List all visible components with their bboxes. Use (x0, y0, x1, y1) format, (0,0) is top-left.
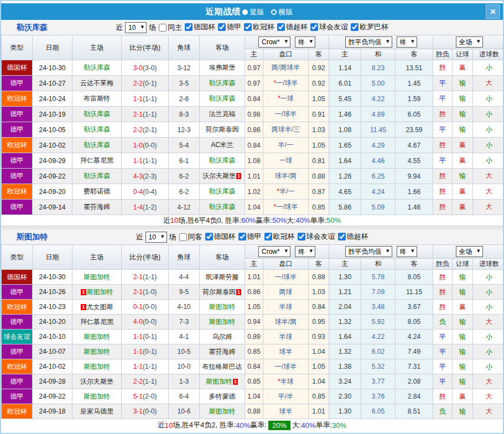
odds-final-select[interactable]: 终 (295, 246, 315, 257)
handicap-result-cell: 输 (453, 330, 473, 344)
layout-radio-horizontal[interactable]: 横版 (271, 7, 299, 17)
corner-cell: 1-3 (169, 374, 200, 389)
goals-cell: 大 (473, 374, 504, 389)
match-row: 球会友谊24-10-10斯图加特1-1(0-1)4-1乌尔姆0.89半球0.93… (2, 330, 504, 344)
league-cell: 德甲 (2, 122, 33, 138)
summary-leverkusen: 近10场,胜6平4负0, 胜率:60% 赢率:50% 大:40% 单率:50% (1, 215, 503, 226)
league-checkbox[interactable] (310, 23, 318, 31)
league-checkbox[interactable] (238, 233, 246, 240)
handicap-result-cell: 赢 (453, 200, 473, 215)
halftime-score: (0-4) (143, 188, 157, 196)
handicap-result-cell: 赢 (453, 138, 473, 153)
draw-odds-cell: 5.78 (361, 270, 396, 285)
same-venue-label: 同客 (188, 232, 202, 242)
goals-cell: 大 (473, 315, 504, 330)
col-let-header: 让球 (453, 259, 473, 270)
date-cell: 24-09-20 (33, 184, 72, 200)
league-cell: 欧冠杯 (2, 138, 33, 153)
wdl-average-select[interactable]: 胜平负均值 (345, 246, 392, 257)
match-row: 德甲24-10-27云达不莱梅2-2(0-1)3-5勒沃库森0.97*一/球半0… (2, 76, 504, 91)
same-venue-checkbox[interactable] (159, 24, 167, 32)
same-venue-checkbox[interactable] (179, 233, 187, 241)
radio-unselected-icon[interactable] (271, 9, 277, 15)
col-handicap-header: 盘口 (263, 259, 309, 270)
scope-select[interactable]: 全场 (456, 246, 483, 257)
match-row: 德甲24-10-20拜仁慕尼黑4-0(0-0)7-3斯图加特0.94球半/两0.… (2, 315, 504, 330)
halftime-score: (1-2) (143, 203, 157, 211)
league-checkbox[interactable] (277, 23, 285, 31)
fulltime-score: 4-3 (133, 172, 143, 180)
team-label: 斯图加特 (209, 318, 236, 326)
recent-count-select[interactable]: 10 (125, 22, 147, 33)
league-checkbox[interactable] (205, 233, 213, 240)
wdl-average-select[interactable]: 胜平负均值 (345, 36, 392, 48)
result-cell: 平 (433, 330, 453, 344)
home-team-cell: 沃尔夫斯堡 (72, 374, 122, 389)
fulltime-score: 3-0 (133, 64, 143, 72)
draw-odds-cell: 5.92 (361, 315, 396, 330)
team-label: 尤文图斯 (87, 303, 113, 311)
corner-cell: 10-6 (169, 404, 200, 419)
league-checkbox[interactable] (338, 233, 346, 240)
team-label: 斯图加特 (206, 378, 232, 385)
corner-cell: 10-5 (169, 344, 200, 359)
home-team-cell: 勒沃库森 (72, 169, 122, 184)
league-checkbox[interactable] (298, 233, 305, 240)
team-label: 荷尔斯泰因 (202, 288, 236, 296)
close-button[interactable]: ✕ (486, 4, 500, 19)
handicap-cell: 球半 (263, 344, 309, 359)
radio-selected-icon[interactable] (242, 9, 248, 15)
recent-select-wrap: 10 (146, 232, 167, 243)
league-cell: 欧冠杯 (2, 404, 33, 419)
scope-select[interactable]: 全场 (456, 36, 483, 48)
handicap-result-cell: 输 (453, 107, 473, 122)
away-odds-cell: 0.84 (309, 300, 329, 315)
date-cell: 24-09-22 (33, 169, 72, 184)
away-team-cell: 勒沃库森 (200, 91, 245, 107)
wdl-final-select[interactable]: 终 (397, 36, 417, 48)
filter-controls: 近 10 场 同客 德国杯德甲欧冠杯球会友谊德超杯 (136, 232, 368, 243)
recent-count-select[interactable]: 10 (146, 232, 167, 243)
odds-final-select[interactable]: 终 (295, 36, 315, 48)
draw-odds-cell: 5.09 (361, 200, 396, 215)
away-odds-cell: 0.88 (309, 169, 329, 184)
home-team-cell: 斯图加特 (72, 389, 122, 404)
match-row: 德甲24-09-14霍芬海姆1-4(1-2)4-12勒沃库森1.04*一/球半0… (2, 200, 504, 215)
odds-provider-select[interactable]: Crow* (258, 36, 290, 48)
corner-cell: 6-2 (169, 184, 200, 200)
league-checkbox[interactable] (351, 23, 358, 31)
col-date-header: 日期 (33, 245, 72, 270)
win-odds-cell: 1.32 (329, 344, 361, 359)
wdl-final-select[interactable]: 终 (397, 246, 417, 257)
fulltime-score: 2-2 (133, 80, 143, 87)
league-checkbox[interactable] (185, 23, 193, 31)
date-cell: 24-10-23 (33, 300, 72, 315)
score-cell: 5-1(2-0) (122, 389, 169, 404)
goals-cell: 小 (473, 138, 504, 153)
league-label: 欧冠杯 (273, 232, 295, 242)
away-team-cell: 斯图加特 (200, 404, 245, 419)
lose-odds-cell: 4.24 (396, 330, 433, 344)
summary-text: 40% (236, 421, 250, 430)
odds-provider-select[interactable]: Crow* (258, 246, 290, 257)
date-cell: 24-10-27 (33, 76, 72, 91)
halftime-score: (0-1) (143, 80, 157, 87)
league-cell: 德甲 (2, 76, 33, 91)
home-odds-cell: 0.84 (245, 359, 263, 374)
league-checkbox[interactable] (218, 23, 226, 31)
league-checkbox[interactable] (264, 233, 272, 240)
date-cell: 24-10-19 (33, 107, 72, 122)
layout-radio-vertical[interactable]: 竖版 (242, 7, 270, 17)
result-cell: 胜 (433, 184, 453, 200)
red-card-badge: 1 (233, 379, 238, 385)
handicap-cell: 一/球半 (263, 107, 309, 122)
away-team-cell: 多特蒙德 (200, 389, 245, 404)
summary-text: 40% (302, 421, 316, 430)
league-checkbox[interactable] (244, 23, 252, 31)
summary-text: 赢率: (250, 420, 267, 430)
lose-odds-cell: 23.59 (396, 122, 433, 138)
corner-cell: 4-1 (169, 330, 200, 344)
final-select-wrap: 终 (295, 36, 315, 48)
team-label: 埃弗斯堡 (209, 64, 236, 71)
league-filter: 欧冠杯 (262, 232, 295, 242)
